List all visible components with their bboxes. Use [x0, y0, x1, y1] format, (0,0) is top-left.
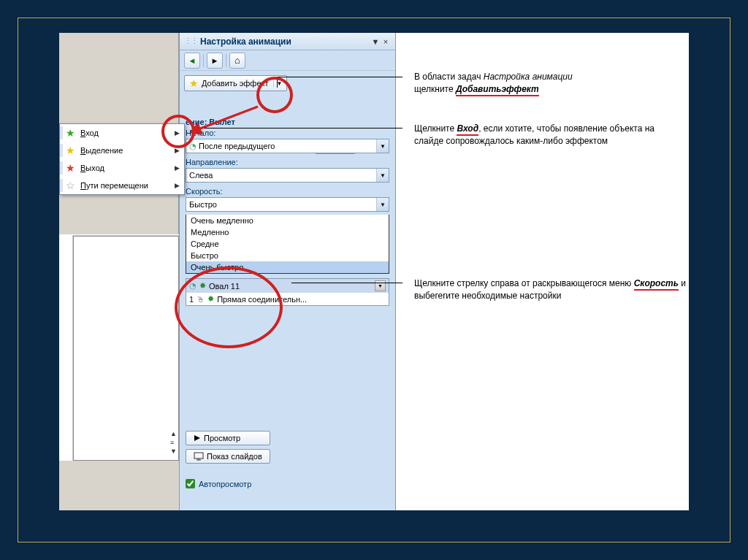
mouse-icon: 🖱: [196, 295, 205, 304]
star-icon: ★: [66, 145, 75, 156]
editor-bg-bottom: [59, 461, 179, 510]
menu-item-paths[interactable]: ☆ Пути перемещени ▶: [60, 177, 184, 194]
start-combo[interactable]: ◔ После предыдущего ▼: [186, 139, 389, 153]
slideshow-label: Показ слайдов: [207, 452, 262, 461]
taskpane-title: Настройка анимации: [200, 37, 370, 47]
slideshow-button[interactable]: Показ слайдов: [186, 449, 270, 464]
chevron-down-icon[interactable]: ▼: [376, 169, 389, 182]
chevron-down-icon[interactable]: ▼: [376, 139, 389, 153]
add-effect-label: Добавить эффект: [202, 79, 268, 88]
arrow-icon: [191, 102, 264, 139]
speed-option[interactable]: Быстро: [186, 250, 389, 261]
speed-option[interactable]: Очень быстро: [186, 261, 389, 273]
star-icon: ★: [66, 162, 75, 174]
callout-2: Щелкните Вход, если хотите, чтобы появле…: [414, 123, 677, 147]
callout-1: В области задач Настройка анимации щелкн…: [414, 71, 663, 96]
animation-item[interactable]: 1 🖱 ✸ Прямая соединительн...: [186, 293, 389, 305]
svg-line-5: [196, 107, 258, 130]
speed-option[interactable]: Медленно: [186, 226, 389, 238]
start-value: После предыдущего: [199, 142, 275, 150]
submenu-arrow-icon: ▶: [175, 182, 180, 189]
speed-option[interactable]: Очень медленно: [186, 215, 389, 226]
effect-menu: ★ Вход ▶ ★ Выделение ▶ ★ Выход ▶ ☆ Пути …: [59, 123, 185, 195]
direction-label: Направление:: [180, 156, 395, 167]
projector-icon: [194, 452, 204, 461]
star-icon: ✸: [199, 281, 206, 291]
clock-icon: ◔: [189, 281, 196, 291]
callout-3: Щелкните стрелку справа от раскрывающего…: [414, 277, 692, 302]
animation-name: Прямая соединительн...: [217, 295, 307, 304]
chevron-down-icon: ▼: [273, 80, 282, 87]
clock-icon: ◔: [189, 142, 196, 151]
animation-name: Овал 11: [209, 282, 240, 291]
taskpane-titlebar: ⋮⋮ Настройка анимации ▼ ×: [180, 33, 395, 50]
menu-item-entry[interactable]: ★ Вход ▶: [60, 124, 184, 142]
autopreview-label: Автопросмотр: [199, 480, 251, 488]
preview-label: Просмотр: [204, 434, 240, 442]
connector-line: [277, 77, 278, 88]
speed-value: Быстро: [189, 200, 217, 209]
nav-home-button[interactable]: ⌂: [229, 53, 245, 69]
taskpane-nav: ◄ ► ⌂: [180, 50, 395, 71]
autopreview-input[interactable]: [186, 479, 195, 488]
connector-line: [277, 77, 402, 77]
preview-button[interactable]: Просмотр: [186, 431, 270, 445]
taskpane-close-button[interactable]: ×: [381, 37, 391, 46]
speed-combo[interactable]: Быстро ▼: [186, 197, 389, 212]
svg-rect-1: [194, 453, 203, 459]
svg-marker-0: [194, 435, 200, 441]
chevron-down-icon[interactable]: ▼: [376, 198, 389, 211]
submenu-arrow-icon: ▶: [175, 129, 180, 137]
play-icon: [194, 434, 201, 442]
connector-line: [291, 283, 402, 283]
speed-dropdown: Очень медленно Медленно Средне Быстро Оч…: [186, 215, 389, 274]
menu-item-exit[interactable]: ★ Выход ▶: [60, 159, 184, 177]
direction-value: Слева: [189, 171, 213, 180]
star-icon: ★: [66, 127, 75, 139]
autopreview-checkbox[interactable]: Автопросмотр: [186, 479, 251, 488]
animation-item[interactable]: ◔ ✸ Овал 11 ▼: [186, 279, 389, 293]
star-icon: ☆: [66, 180, 75, 191]
nav-back-button[interactable]: ◄: [184, 53, 200, 69]
scroll-arrows[interactable]: ▲≡▼: [170, 430, 177, 455]
submenu-arrow-icon: ▶: [175, 164, 180, 172]
screenshot-content: ▲≡▼ ⋮⋮ Настройка анимации ▼ × ◄ ► ⌂ ★ До…: [59, 33, 689, 510]
grip-icon: ⋮⋮: [184, 37, 197, 46]
menu-item-emphasis[interactable]: ★ Выделение ▶: [60, 142, 184, 159]
add-effect-button[interactable]: ★ Добавить эффект ▼: [184, 75, 287, 91]
submenu-arrow-icon: ▶: [175, 147, 180, 154]
editor-left: ▲≡▼: [59, 33, 179, 510]
animation-index: 1: [189, 295, 194, 304]
slide-thumbnail[interactable]: [73, 236, 179, 461]
speed-label: Скорость:: [180, 185, 395, 196]
taskpane-menu-button[interactable]: ▼: [370, 37, 381, 46]
nav-forward-button[interactable]: ►: [207, 53, 223, 69]
speed-option[interactable]: Средне: [186, 238, 389, 250]
star-icon: ✸: [207, 294, 214, 304]
callouts: В области задач Настройка анимации щелкн…: [402, 33, 687, 510]
star-icon: ★: [189, 77, 199, 89]
direction-combo[interactable]: Слева ▼: [186, 168, 389, 183]
